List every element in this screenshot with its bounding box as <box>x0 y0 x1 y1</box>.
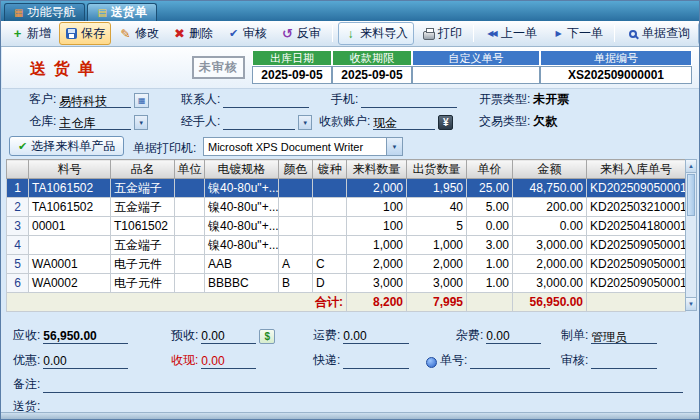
col-header[interactable]: 单价 <box>467 160 513 179</box>
row-number[interactable]: 3 <box>7 217 29 236</box>
yen-icon[interactable]: ¥ <box>438 115 453 130</box>
misc-fee-input[interactable]: 0.00 <box>486 329 541 344</box>
prepaid-input[interactable]: 0.00 <box>201 329 256 344</box>
customer-browse-icon[interactable]: ▦ <box>134 93 149 108</box>
table-row[interactable]: 2 TA1061502 五金端子 镍40-80u"+... 100 40 5.0… <box>7 198 686 217</box>
table-row[interactable]: 5 WA0001 电子元件 AAB A C 2,000 2,000 1.00 2… <box>7 255 686 274</box>
payment-account-input[interactable]: 现金 <box>373 115 435 130</box>
cell[interactable]: 电子元件 <box>111 274 175 293</box>
audit-button[interactable]: ✔ 审核 <box>221 22 273 45</box>
cell[interactable]: TA1061502 <box>29 198 111 217</box>
tab-function-nav[interactable]: ▦ 功能导航 <box>4 3 85 21</box>
cell[interactable]: B <box>279 274 313 293</box>
warehouse-input[interactable]: 主仓库 <box>59 115 131 130</box>
printer-select[interactable]: Microsoft XPS Document Writer ▼ <box>203 137 403 156</box>
warehouse-dropdown-icon[interactable]: ▼ <box>134 115 148 130</box>
cell[interactable]: 3,000.00 <box>513 274 587 293</box>
cash-received-input[interactable]: 0.00 <box>201 354 256 369</box>
outbound-date-input[interactable]: 2025-09-05 <box>252 66 332 84</box>
cell[interactable]: 5 <box>407 217 467 236</box>
cell[interactable]: 1,000 <box>347 236 407 255</box>
cell[interactable]: 1.00 <box>467 274 513 293</box>
cell[interactable]: KD202509050001 <box>587 179 686 198</box>
cell[interactable] <box>279 217 313 236</box>
cell[interactable]: WA0002 <box>29 274 111 293</box>
cell[interactable] <box>279 198 313 217</box>
cell[interactable]: KD202509050001 <box>587 236 686 255</box>
chevron-down-icon[interactable]: ▼ <box>386 138 402 155</box>
row-number[interactable]: 2 <box>7 198 29 217</box>
cell[interactable]: 2,000 <box>407 255 467 274</box>
col-header[interactable]: 来料数量 <box>347 160 407 179</box>
cell[interactable]: 200.00 <box>513 198 587 217</box>
col-header[interactable]: 颜色 <box>279 160 313 179</box>
contact-input[interactable] <box>223 93 309 108</box>
table-row[interactable]: 6 WA0002 电子元件 BBBBC B D 3,000 3,000 1.00… <box>7 274 686 293</box>
cell[interactable]: 3,000 <box>407 274 467 293</box>
customer-input[interactable]: 易特科技 <box>59 93 131 108</box>
cell[interactable]: 3.00 <box>467 236 513 255</box>
cell[interactable] <box>313 217 347 236</box>
cell[interactable]: 0.00 <box>467 217 513 236</box>
cell[interactable]: 3,000 <box>347 274 407 293</box>
col-header[interactable]: 出货数量 <box>407 160 467 179</box>
remark-input[interactable] <box>43 378 683 393</box>
cell[interactable]: 5.00 <box>467 198 513 217</box>
cell[interactable]: KD202503210001 <box>587 198 686 217</box>
col-header[interactable]: 金额 <box>513 160 587 179</box>
cell[interactable] <box>175 274 205 293</box>
cell[interactable]: T1061502 <box>111 217 175 236</box>
table-row[interactable]: 3 00001 T1061502 镍40-80u"+... 100 5 0.00… <box>7 217 686 236</box>
tracking-number-input[interactable] <box>470 354 550 369</box>
vertical-scrollbar[interactable]: ▲ ▼ <box>685 159 697 311</box>
cell[interactable]: 镍40-80u"+... <box>205 198 279 217</box>
col-header[interactable]: 单位 <box>175 160 205 179</box>
delete-button[interactable]: ✖ 删除 <box>167 22 219 45</box>
lookup-icon[interactable] <box>426 357 437 368</box>
handler-dropdown-icon[interactable]: ▼ <box>298 115 312 130</box>
cell[interactable]: BBBBC <box>205 274 279 293</box>
cell[interactable]: 00001 <box>29 217 111 236</box>
freight-input[interactable]: 0.00 <box>343 329 409 344</box>
cell[interactable]: 五金端子 <box>111 236 175 255</box>
cell[interactable]: 2,000 <box>347 255 407 274</box>
next-doc-button[interactable]: ▶ 下一单 <box>545 22 609 45</box>
col-header[interactable]: 料号 <box>29 160 111 179</box>
cell[interactable]: 1,000 <box>407 236 467 255</box>
print-button[interactable]: 打印 <box>416 22 468 45</box>
cell[interactable] <box>175 217 205 236</box>
receivable-input[interactable]: 56,950.00 <box>43 329 128 344</box>
cell[interactable] <box>313 198 347 217</box>
tab-delivery-note[interactable]: ▤ 送货单 <box>87 3 156 21</box>
auditor-input[interactable] <box>591 354 657 369</box>
cell[interactable]: KD202509050001 <box>587 255 686 274</box>
table-row[interactable]: 1 TA1061502 五金端子 镍40-80u"+... 2,000 1,95… <box>7 179 686 198</box>
cell[interactable]: 48,750.00 <box>513 179 587 198</box>
cell[interactable]: 电子元件 <box>111 255 175 274</box>
col-header[interactable]: 品名 <box>111 160 175 179</box>
cell[interactable]: 2,000 <box>347 179 407 198</box>
modify-button[interactable]: ✎ 修改 <box>113 22 165 45</box>
cell[interactable]: 镍40-80u"+... <box>205 217 279 236</box>
handler-input[interactable] <box>223 115 295 130</box>
cell[interactable]: KD202509050001 <box>587 274 686 293</box>
previous-doc-button[interactable]: ◀◀ 上一单 <box>479 22 543 45</box>
cell[interactable]: 五金端子 <box>111 179 175 198</box>
cell[interactable] <box>175 198 205 217</box>
cell[interactable]: WA0001 <box>29 255 111 274</box>
payment-deadline-input[interactable]: 2025-09-05 <box>332 66 412 84</box>
cell[interactable]: D <box>313 274 347 293</box>
cell[interactable]: 100 <box>347 217 407 236</box>
cell[interactable]: 1.00 <box>467 255 513 274</box>
new-button[interactable]: + 新增 <box>5 22 57 45</box>
scrollbar-thumb[interactable] <box>687 174 695 216</box>
row-number[interactable]: 5 <box>7 255 29 274</box>
row-number[interactable]: 6 <box>7 274 29 293</box>
cell[interactable]: 镍40-80u"+... <box>205 236 279 255</box>
cell[interactable]: 25.00 <box>467 179 513 198</box>
cell[interactable]: 2,000.00 <box>513 255 587 274</box>
cell[interactable]: 40 <box>407 198 467 217</box>
express-input[interactable] <box>343 354 409 369</box>
cell[interactable]: KD202504180001 <box>587 217 686 236</box>
discount-input[interactable]: 0.00 <box>43 354 128 369</box>
